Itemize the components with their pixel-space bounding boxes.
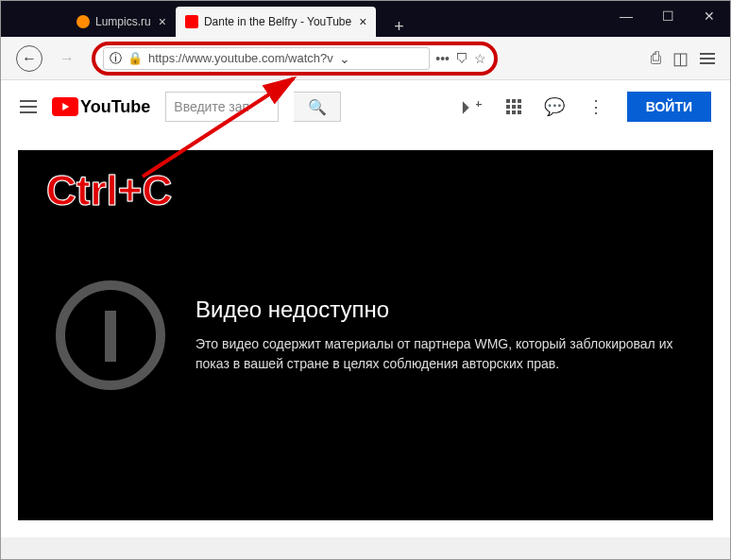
library-icon[interactable]: ⎙ <box>651 48 661 68</box>
favicon-lumpics <box>76 15 90 28</box>
youtube-play-icon <box>52 97 78 116</box>
apps-icon[interactable] <box>506 99 521 114</box>
login-button[interactable]: ВОЙТИ <box>627 92 711 122</box>
minimize-button[interactable]: — <box>605 1 647 31</box>
browser-titlebar: Lumpics.ru × Dante in the Belfry - YouTu… <box>1 1 730 37</box>
error-message: Видео недоступно Это видео содержит мате… <box>196 297 675 374</box>
search-button[interactable]: 🔍 <box>294 92 341 122</box>
more-icon[interactable]: ••• <box>435 51 450 66</box>
address-bar[interactable]: ⓘ 🔒 https://www.youtube.com/watch?v ⌄ <box>103 47 430 70</box>
page-content: Видео недоступно Это видео содержит мате… <box>1 133 730 537</box>
address-bar-highlighted: ⓘ 🔒 https://www.youtube.com/watch?v ⌄ ••… <box>92 42 498 76</box>
close-icon[interactable]: × <box>359 14 366 29</box>
close-button[interactable]: ✕ <box>688 1 730 31</box>
create-icon[interactable]: ⏵⁺ <box>458 97 484 117</box>
youtube-logo[interactable]: YouTube <box>52 97 150 117</box>
lock-icon: 🔒 <box>128 51 143 65</box>
hamburger-icon[interactable] <box>20 100 37 113</box>
sidebar-icon[interactable]: ◫ <box>672 48 688 69</box>
close-icon[interactable]: × <box>159 14 166 29</box>
video-player-error: Видео недоступно Это видео содержит мате… <box>18 150 713 520</box>
error-title: Видео недоступно <box>196 297 675 323</box>
pocket-icon[interactable]: ⛉ <box>455 51 468 66</box>
messages-icon[interactable]: 💬 <box>544 96 565 117</box>
bookmark-icon[interactable]: ☆ <box>474 51 486 66</box>
error-body: Это видео содержит материалы от партнера… <box>196 334 675 374</box>
new-tab-button[interactable]: + <box>385 17 412 37</box>
tab-youtube[interactable]: Dante in the Belfry - YouTube × <box>176 7 377 37</box>
forward-button[interactable]: → <box>54 45 80 72</box>
menu-icon[interactable] <box>700 53 715 64</box>
url-text: https://www.youtube.com/watch?v <box>148 51 333 65</box>
search-input[interactable]: Введите зап <box>165 92 279 122</box>
youtube-logo-text: YouTube <box>80 97 150 117</box>
back-button[interactable]: ← <box>16 45 42 72</box>
maximize-button[interactable]: ☐ <box>647 1 688 31</box>
info-icon[interactable]: ⓘ <box>110 50 122 67</box>
browser-navbar: ← → ⓘ 🔒 https://www.youtube.com/watch?v … <box>1 37 730 80</box>
chevron-down-icon[interactable]: ⌄ <box>339 51 350 66</box>
exclamation-icon <box>56 280 165 390</box>
settings-icon[interactable]: ⋮ <box>587 96 604 117</box>
favicon-youtube <box>185 15 198 28</box>
tab-title: Lumpics.ru <box>95 15 151 28</box>
window-controls: — ☐ ✕ <box>605 1 730 31</box>
youtube-header: YouTube Введите зап 🔍 ⏵⁺ 💬 ⋮ ВОЙТИ <box>1 80 730 133</box>
header-icons: ⏵⁺ 💬 ⋮ ВОЙТИ <box>458 92 711 122</box>
tab-title: Dante in the Belfry - YouTube <box>204 15 351 28</box>
tab-lumpics[interactable]: Lumpics.ru × <box>67 7 176 37</box>
